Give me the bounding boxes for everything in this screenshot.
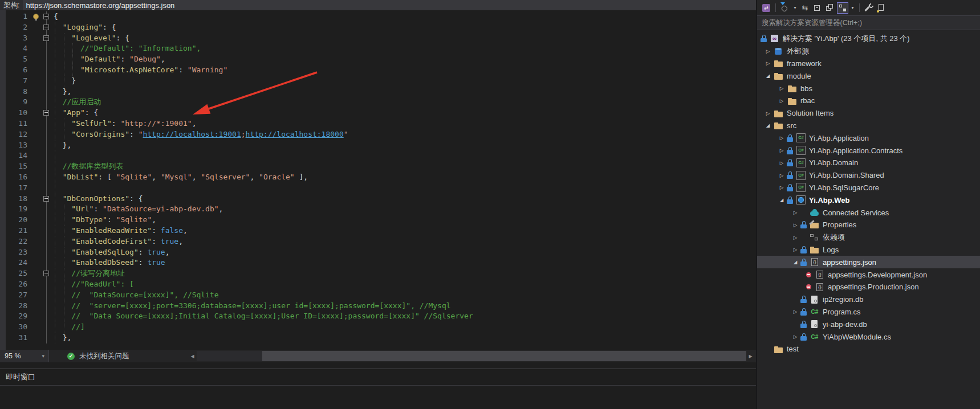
search-input[interactable] <box>757 16 980 30</box>
tree-item[interactable]: ▷Yi.Abp.Application.Contracts <box>757 144 980 157</box>
code-line[interactable]: 11 "SelfUrl": "http://*:19001", <box>0 118 756 129</box>
zoom-level-combobox[interactable]: 95 % ▾ <box>0 350 49 362</box>
code-line[interactable]: 25 //读写分离地址 <box>0 268 756 279</box>
chevron-collapsed-icon[interactable]: ▷ <box>776 148 787 153</box>
tree-item[interactable]: yi-abp-dev.db <box>757 318 980 330</box>
wrench-icon[interactable] <box>863 2 875 14</box>
tree-item[interactable]: ▷Logs <box>757 244 980 256</box>
tree-item[interactable]: ▷Yi.Abp.Domain.Shared <box>757 169 980 182</box>
scroll-right-icon[interactable]: ▶ <box>746 354 755 359</box>
code-line[interactable]: 31 }, <box>0 333 756 343</box>
code-line[interactable]: 19 "Url": "DataSource=yi-abp-dev.db", <box>0 204 756 215</box>
tree-item[interactable]: test <box>757 343 980 355</box>
tree-item[interactable]: ▷Yi.Abp.Domain <box>757 157 980 169</box>
chevron-collapsed-icon[interactable]: ▷ <box>790 334 800 340</box>
chevron-collapsed-icon[interactable]: ▷ <box>776 185 787 190</box>
tree-item[interactable]: ▷依赖项 <box>757 231 980 244</box>
history-icon[interactable] <box>779 2 791 14</box>
chevron-collapsed-icon[interactable]: ▷ <box>790 235 800 240</box>
chevron-collapsed-icon[interactable]: ▷ <box>776 173 787 178</box>
code-line[interactable]: 30 //] <box>0 322 756 333</box>
tree-item[interactable]: ◢appsettings.json <box>757 256 980 268</box>
code-line[interactable]: 20 "DbType": "Sqlite", <box>0 215 756 226</box>
code-line[interactable]: 8 }, <box>0 87 756 97</box>
chevron-collapsed-icon[interactable]: ▷ <box>776 85 787 91</box>
chevron-collapsed-icon[interactable]: ▷ <box>776 160 787 166</box>
tree-item[interactable]: ◢src <box>757 120 980 132</box>
code-line[interactable]: 3 "LogLevel": { <box>0 33 756 44</box>
chevron-expanded-icon[interactable]: ◢ <box>776 197 787 203</box>
tree-item[interactable]: appsettings.Development.json <box>757 268 980 281</box>
fold-collapse-icon[interactable] <box>43 271 49 276</box>
chevron-expanded-icon[interactable]: ◢ <box>763 122 773 128</box>
chevron-down-icon[interactable]: ▾ <box>849 5 856 10</box>
fold-collapse-icon[interactable] <box>43 196 49 202</box>
chevron-collapsed-icon[interactable]: ▷ <box>763 111 773 116</box>
code-line[interactable]: 18 "DbConnOptions": { <box>0 194 756 204</box>
tree-item[interactable]: ▷framework <box>757 58 980 70</box>
chevron-collapsed-icon[interactable]: ▷ <box>790 247 800 252</box>
lightbulb-icon[interactable] <box>33 14 39 19</box>
code-line[interactable]: 21 "EnabledReadWrite": false, <box>0 226 756 236</box>
fold-collapse-icon[interactable] <box>43 14 49 19</box>
code-line[interactable]: 28 // "server=[xxxx];port=3306;database=… <box>0 301 756 312</box>
compare-icon[interactable] <box>799 2 811 14</box>
code-line[interactable]: 4 //"Default": "Information", <box>0 43 756 54</box>
tree-item[interactable]: ip2region.db <box>757 293 980 306</box>
tree-item[interactable]: ▷Solution Items <box>757 107 980 120</box>
chevron-collapsed-icon[interactable]: ▷ <box>763 48 773 54</box>
code-editor[interactable]: 1{2 "Logging": {3 "LogLevel": {4 //"Defa… <box>0 10 756 350</box>
tree-item[interactable]: ▷Connected Services <box>757 206 980 219</box>
switch-views-icon[interactable] <box>761 2 772 14</box>
tree-item[interactable]: ◢module <box>757 69 980 82</box>
tree-item[interactable]: ▷Properties <box>757 219 980 231</box>
tree-item[interactable]: ▷Yi.Abp.Application <box>757 132 980 144</box>
scrollbar-track[interactable] <box>197 351 746 361</box>
code-line[interactable]: 22 "EnabledCodeFirst": true, <box>0 236 756 247</box>
tree-item[interactable]: 解决方案 'Yi.Abp' (23 个项目, 共 23 个) <box>757 32 980 45</box>
code-line[interactable]: 23 "EnabledSqlLog": true, <box>0 247 756 258</box>
copy-squares-icon[interactable] <box>824 2 836 14</box>
code-line[interactable]: 1{ <box>0 11 756 22</box>
chevron-collapsed-icon[interactable]: ▷ <box>790 222 800 228</box>
fold-collapse-icon[interactable] <box>43 35 49 41</box>
schema-url-combobox[interactable]: https://json.schemastore.org/appsettings… <box>23 0 756 10</box>
tree-item[interactable]: ▷外部源 <box>757 45 980 58</box>
code-line[interactable]: 14 <box>0 150 756 161</box>
tree-item[interactable]: ▷rbac <box>757 95 980 107</box>
code-line[interactable]: 9 //应用启动 <box>0 97 756 108</box>
code-line[interactable]: 5 "Default": "Debug", <box>0 54 756 65</box>
code-line[interactable]: 2 "Logging": { <box>0 22 756 33</box>
tree-item[interactable]: ▷Yi.Abp.SqlSugarCore <box>757 182 980 194</box>
chevron-expanded-icon[interactable]: ◢ <box>790 259 800 265</box>
code-line[interactable]: 12 "CorsOrigins": "http://localhost:1900… <box>0 129 756 140</box>
code-line[interactable]: 26 //"ReadUrl": [ <box>0 279 756 290</box>
scrollbar-thumb[interactable] <box>262 351 746 361</box>
chevron-expanded-icon[interactable]: ◢ <box>763 73 773 79</box>
chevron-collapsed-icon[interactable]: ▷ <box>790 309 800 314</box>
chevron-collapsed-icon[interactable]: ▷ <box>776 135 787 141</box>
code-line[interactable]: 7 } <box>0 76 756 87</box>
tree-item[interactable]: ◢Yi.Abp.Web <box>757 194 980 206</box>
chevron-collapsed-icon[interactable]: ▷ <box>763 60 773 66</box>
horizontal-scrollbar[interactable]: ◀ ▶ <box>188 351 755 361</box>
sync-selected-icon[interactable] <box>837 2 848 14</box>
code-line[interactable]: 15 //数据库类型列表 <box>0 161 756 172</box>
tree-item[interactable]: ▷YiAbpWebModule.cs <box>757 330 980 343</box>
tree-item[interactable]: ▷bbs <box>757 82 980 95</box>
collapse-all-icon[interactable] <box>812 2 823 14</box>
fold-collapse-icon[interactable] <box>43 24 49 30</box>
chevron-collapsed-icon[interactable]: ▷ <box>776 98 787 104</box>
code-line[interactable]: 13 }, <box>0 140 756 151</box>
immediate-window-content[interactable] <box>0 386 756 409</box>
code-line[interactable]: 24 "EnabledDbSeed": true <box>0 257 756 268</box>
chevron-collapsed-icon[interactable]: ▷ <box>790 210 800 215</box>
preview-icon[interactable] <box>876 2 887 14</box>
code-line[interactable]: 29 // "Data Source=[xxxx];Initial Catalo… <box>0 311 756 322</box>
fold-collapse-icon[interactable] <box>43 110 49 116</box>
code-line[interactable]: 17 <box>0 183 756 194</box>
code-line[interactable]: 27 // "DataSource=[xxxx]", //Sqlite <box>0 290 756 301</box>
tree-item[interactable]: ▷Program.cs <box>757 306 980 318</box>
code-line[interactable]: 6 "Microsoft.AspNetCore": "Warning" <box>0 65 756 76</box>
code-line[interactable]: 10 "App": { <box>0 108 756 118</box>
